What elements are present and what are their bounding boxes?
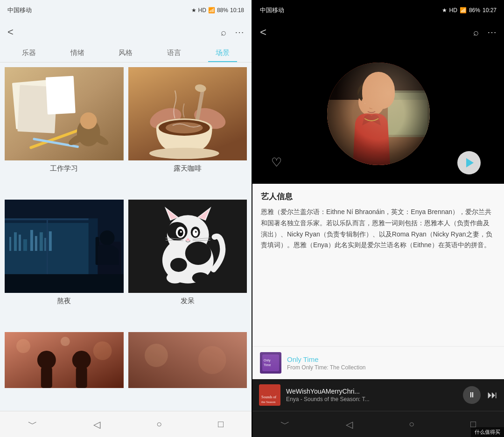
svg-point-71 bbox=[61, 337, 70, 346]
np-thumbnail: Sounds of the Season bbox=[259, 384, 280, 406]
nav-back-android-left[interactable]: ◁ bbox=[89, 414, 105, 435]
svg-point-74 bbox=[144, 344, 168, 367]
tab-style[interactable]: 风格 bbox=[102, 44, 150, 62]
search-icon-left[interactable]: ⌕ bbox=[221, 27, 226, 38]
daydream-image bbox=[128, 200, 247, 293]
coffee-image bbox=[128, 67, 247, 160]
nav-icons-right: ⌕ ⋯ bbox=[473, 27, 497, 38]
np-title: WeWishYouAMerryChri... bbox=[286, 388, 457, 395]
hd-icon-right: HD bbox=[449, 7, 457, 14]
svg-point-75 bbox=[198, 346, 226, 374]
time-right: 10:27 bbox=[483, 7, 497, 14]
nav-back-android-right[interactable]: ◁ bbox=[341, 414, 357, 435]
tab-instruments[interactable]: 乐器 bbox=[5, 44, 53, 62]
svg-rect-32 bbox=[49, 231, 52, 251]
wifi-icon-right: 📶 bbox=[460, 7, 467, 14]
nav-home-left[interactable]: ○ bbox=[152, 414, 167, 434]
back-button-right[interactable]: < bbox=[260, 26, 266, 39]
nav-down-left[interactable]: ﹀ bbox=[23, 413, 42, 435]
svg-rect-28 bbox=[30, 230, 33, 251]
song-title: Only Time bbox=[287, 355, 497, 363]
artist-info-title: 艺人信息 bbox=[261, 191, 496, 202]
tab-language[interactable]: 语言 bbox=[150, 44, 198, 62]
svg-rect-79 bbox=[388, 90, 430, 137]
svg-point-85 bbox=[373, 100, 378, 104]
svg-rect-27 bbox=[23, 239, 27, 251]
grid-item-coffee[interactable]: 露天咖啡 bbox=[128, 67, 247, 195]
svg-point-61 bbox=[166, 272, 183, 284]
svg-point-55 bbox=[195, 231, 196, 233]
svg-rect-31 bbox=[44, 238, 46, 251]
right-panel: 中国移动 ★ HD 📶 86% 10:27 < ⌕ ⋯ bbox=[252, 0, 504, 437]
svg-point-37 bbox=[100, 230, 115, 245]
carrier-text-left: 中国移动 bbox=[7, 6, 32, 14]
svg-rect-96 bbox=[259, 384, 280, 406]
svg-point-53 bbox=[192, 229, 198, 236]
tab-scene[interactable]: 场景 bbox=[198, 44, 247, 62]
nav-home-right[interactable]: ○ bbox=[404, 414, 419, 434]
grid-item-night[interactable]: 熬夜 bbox=[5, 200, 124, 327]
grid-item-partial-1[interactable] bbox=[5, 332, 124, 406]
svg-point-8 bbox=[80, 112, 97, 129]
battery-left: 88% bbox=[217, 7, 228, 14]
svg-rect-26 bbox=[19, 235, 21, 251]
nav-down-right[interactable]: ﹀ bbox=[276, 413, 294, 435]
np-info: WeWishYouAMerryChri... Enya - Sounds of … bbox=[286, 388, 457, 402]
svg-point-86 bbox=[366, 101, 369, 104]
status-bar-right: 中国移动 ★ HD 📶 86% 10:27 bbox=[252, 0, 504, 21]
svg-point-87 bbox=[375, 101, 378, 104]
svg-point-65 bbox=[37, 351, 56, 369]
svg-text:Time: Time bbox=[264, 363, 271, 367]
svg-rect-97 bbox=[260, 386, 279, 404]
album-area: ♡ bbox=[252, 44, 504, 184]
grid-item-work[interactable]: 工作学习 bbox=[5, 67, 124, 195]
status-bar-left: 中国移动 ★ HD 📶 88% 10:18 bbox=[0, 0, 252, 21]
back-button-left[interactable]: < bbox=[7, 26, 14, 38]
svg-point-81 bbox=[358, 88, 385, 116]
song-info: Only Time From Only Time: The Collection bbox=[287, 355, 497, 371]
svg-point-91 bbox=[327, 62, 430, 165]
nav-bar-left: < ⌕ ⋯ bbox=[0, 21, 252, 44]
watermark: 什么值得买 bbox=[471, 427, 504, 437]
more-icon-left[interactable]: ⋯ bbox=[235, 27, 244, 38]
daydream-label: 发呆 bbox=[128, 293, 247, 309]
nav-icons-left: ⌕ ⋯ bbox=[221, 27, 244, 38]
grid-item-partial-2[interactable] bbox=[128, 332, 247, 406]
grid-container: 工作学习 bbox=[0, 62, 252, 411]
svg-point-49 bbox=[170, 258, 187, 272]
svg-text:Only: Only bbox=[264, 359, 271, 362]
svg-text:Sounds: Sounds bbox=[261, 389, 270, 392]
svg-rect-24 bbox=[9, 237, 11, 251]
status-carrier-right: 中国移动 bbox=[260, 6, 284, 14]
svg-rect-34 bbox=[47, 218, 48, 279]
svg-point-101 bbox=[266, 401, 273, 405]
svg-point-54 bbox=[180, 231, 182, 233]
play-button[interactable] bbox=[457, 151, 481, 174]
svg-rect-80 bbox=[388, 93, 427, 135]
svg-rect-25 bbox=[14, 232, 17, 251]
signal-icon: 📶 bbox=[208, 7, 215, 14]
next-button[interactable]: ⏭ bbox=[487, 389, 497, 401]
svg-text:of the: of the bbox=[261, 393, 267, 396]
more-icon-right[interactable]: ⋯ bbox=[487, 27, 497, 38]
svg-point-82 bbox=[357, 81, 385, 104]
svg-point-77 bbox=[327, 62, 430, 165]
info-section: 艺人信息 恩雅（爱尔兰盖尔语：Eithne Ní Bhraonáin，英文：En… bbox=[252, 184, 504, 346]
svg-point-76 bbox=[327, 62, 430, 165]
search-icon-right[interactable]: ⌕ bbox=[473, 27, 479, 38]
svg-rect-93 bbox=[262, 354, 279, 371]
heart-button[interactable]: ♡ bbox=[271, 155, 282, 170]
svg-point-69 bbox=[16, 339, 30, 353]
tabs-left: 乐器 情绪 风格 语言 场景 bbox=[0, 44, 252, 62]
status-carrier-left: 中国移动 bbox=[7, 6, 32, 14]
pause-button[interactable]: ⏸ bbox=[463, 386, 481, 404]
svg-rect-4 bbox=[46, 76, 76, 115]
song-item[interactable]: Only Time Only Time From Only Time: The … bbox=[252, 346, 504, 379]
grid-item-daydream[interactable]: 发呆 bbox=[128, 200, 247, 327]
work-image bbox=[5, 67, 124, 160]
hd-icon: HD bbox=[198, 7, 206, 14]
svg-point-83 bbox=[361, 93, 382, 116]
svg-point-19 bbox=[165, 122, 203, 133]
nav-square-left[interactable]: □ bbox=[213, 414, 228, 434]
tab-mood[interactable]: 情绪 bbox=[53, 44, 102, 62]
